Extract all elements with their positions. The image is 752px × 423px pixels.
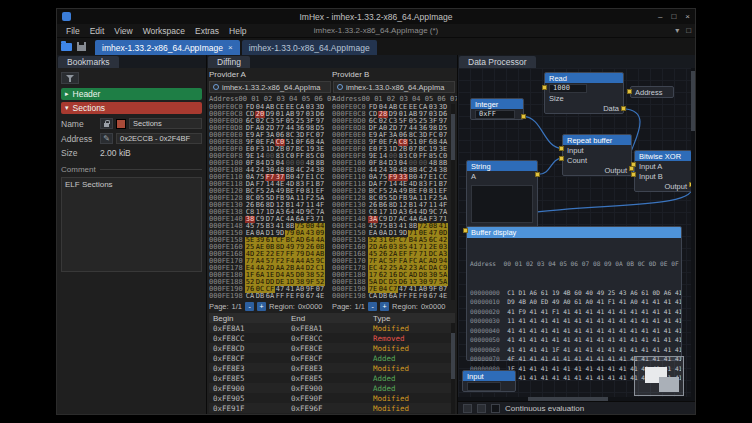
- lock-icon[interactable]: [100, 118, 113, 129]
- canvas-vertical-scrollbar[interactable]: [691, 68, 695, 401]
- diff-table-row[interactable]: 0xFE8E50xFE8E5Added: [209, 373, 455, 383]
- tab-imhex-1-33-0[interactable]: imhex-1.33.0-x86_64.AppImage: [242, 40, 377, 55]
- scrollbar-thumb[interactable]: [691, 71, 695, 131]
- pin-repeat-input[interactable]: [559, 146, 564, 151]
- hex-scrollbar[interactable]: [451, 104, 455, 300]
- hex-byte[interactable]: CA: [368, 293, 378, 300]
- diff-table-row[interactable]: 0xFE9000xFE900Added: [209, 383, 455, 393]
- node-input-header[interactable]: Input: [463, 371, 515, 381]
- tab-data-processor[interactable]: Data Processor: [459, 56, 536, 68]
- pin-string-output[interactable]: [535, 172, 540, 177]
- menu-file[interactable]: File: [61, 26, 85, 36]
- scrollbar-thumb[interactable]: [451, 333, 455, 379]
- bookmark-item-header[interactable]: ▸ Header: [61, 88, 202, 100]
- edit-pencil-icon[interactable]: ✎: [100, 133, 113, 144]
- minimize-icon[interactable]: –: [658, 9, 662, 24]
- tab-bookmarks[interactable]: Bookmarks: [58, 56, 119, 68]
- open-file-icon[interactable]: [61, 43, 72, 51]
- color-swatch[interactable]: [116, 119, 126, 129]
- node-repeat-header[interactable]: Repeat buffer: [563, 135, 631, 145]
- hex-byte[interactable]: 67: [305, 293, 315, 300]
- pin-xor-input-a[interactable]: [631, 162, 636, 167]
- menu-edit[interactable]: Edit: [85, 26, 110, 36]
- node-editor-minimap[interactable]: [634, 356, 684, 396]
- page-prev-button[interactable]: -: [245, 302, 254, 311]
- menu-help[interactable]: Help: [224, 26, 251, 36]
- title-bar[interactable]: ImHex - imhex-1.33.2-x86_64.AppImage – □…: [57, 9, 695, 24]
- maximize-icon[interactable]: □: [671, 9, 676, 24]
- chevron-down-icon[interactable]: ▾: [675, 26, 679, 35]
- buffer-display-header[interactable]: Buffer display: [467, 227, 681, 238]
- node-input[interactable]: Input: [462, 370, 516, 392]
- node-read-header[interactable]: Read: [545, 73, 623, 83]
- diff-table-row[interactable]: 0xFE8CF0xFE8CFAdded: [209, 353, 455, 363]
- tab-imhex-1-33-2[interactable]: imhex-1.33.2-x86_64.AppImage ×: [95, 40, 240, 55]
- hex-byte[interactable]: F0: [295, 293, 305, 300]
- pin-buffer-display-input[interactable]: [463, 228, 468, 233]
- hex-byte[interactable]: FF: [398, 293, 408, 300]
- settings-icon[interactable]: [477, 404, 486, 413]
- pin-read-size-input[interactable]: [542, 85, 547, 90]
- hex-byte[interactable]: FE: [408, 293, 418, 300]
- diff-table-row[interactable]: 0xFE91F0xFE96FModified: [209, 403, 455, 413]
- comment-textarea[interactable]: ELF Sections: [61, 177, 202, 272]
- name-input[interactable]: Sections: [129, 118, 202, 129]
- read-size-input[interactable]: 1000: [549, 84, 587, 93]
- node-integer-header[interactable]: Integer: [471, 99, 523, 109]
- hex-byte[interactable]: 6A: [388, 293, 398, 300]
- diff-table-row[interactable]: 0xFE8CC0xFE8CCRemoved: [209, 333, 455, 343]
- page-next-button[interactable]: +: [257, 302, 266, 311]
- menu-extras[interactable]: Extras: [190, 26, 224, 36]
- continuous-evaluation-checkbox[interactable]: [491, 404, 500, 413]
- node-string-header[interactable]: String: [467, 161, 537, 171]
- pin-integer-output[interactable]: [521, 114, 526, 119]
- menu-workspace[interactable]: Workspace: [138, 26, 190, 36]
- column-header-end[interactable]: End: [291, 314, 373, 323]
- string-value-input[interactable]: A: [471, 172, 476, 181]
- hex-byte[interactable]: FF: [275, 293, 285, 300]
- page-prev-button[interactable]: -: [368, 302, 377, 311]
- diff-table-row[interactable]: 0xFE97F0xFE97FAdded: [209, 413, 455, 414]
- canvas-horizontal-scrollbar[interactable]: [458, 397, 691, 401]
- hex-byte[interactable]: 4E: [315, 293, 325, 300]
- pin-repeat-count[interactable]: [559, 156, 564, 161]
- provider-b-select[interactable]: imhex-1.33.0-x86_64.AppIma: [333, 81, 455, 93]
- page-next-button[interactable]: +: [380, 302, 389, 311]
- scrollbar-thumb[interactable]: [451, 114, 455, 160]
- address-input[interactable]: 0x2ECCB - 0x2F4BF: [116, 133, 202, 144]
- hex-byte[interactable]: FE: [285, 293, 295, 300]
- hex-byte[interactable]: DB: [378, 293, 388, 300]
- run-icon[interactable]: [463, 404, 472, 413]
- diff-table-row[interactable]: 0xFE8E30xFE8E3Modified: [209, 363, 455, 373]
- node-string[interactable]: String A: [466, 160, 538, 228]
- integer-value-input[interactable]: 0xFF: [475, 110, 515, 119]
- diff-table-row[interactable]: 0xFE8A10xFE8A1Modified: [209, 323, 455, 333]
- diff-table-row[interactable]: 0xFE8CD0xFE8CEModified: [209, 343, 455, 353]
- node-bitwise-xor[interactable]: Bitwise XOR Input A Input B Output: [634, 150, 692, 192]
- pin-read-address-input[interactable]: [627, 89, 632, 94]
- pin-read-data-output[interactable]: [621, 106, 626, 111]
- pin-xor-input-b[interactable]: [631, 172, 636, 177]
- diff-table-row[interactable]: 0xFE9050xFE90FModified: [209, 393, 455, 403]
- input-value-box[interactable]: [467, 382, 501, 391]
- bookmark-item-sections[interactable]: ▾ Sections: [61, 102, 202, 114]
- scrollbar-thumb[interactable]: [528, 397, 608, 401]
- node-repeat-buffer[interactable]: Repeat buffer Input Count Output: [562, 134, 632, 176]
- column-header-begin[interactable]: Begin: [209, 314, 291, 323]
- string-textarea[interactable]: [471, 185, 533, 223]
- node-read[interactable]: Read 1000 Size Data: [544, 72, 624, 114]
- provider-a-select[interactable]: imhex-1.33.2-x86_64.AppIma: [209, 81, 331, 93]
- node-xor-header[interactable]: Bitwise XOR: [635, 151, 691, 161]
- hex-byte[interactable]: DB: [255, 293, 265, 300]
- close-icon[interactable]: ×: [685, 9, 690, 24]
- node-read-address[interactable]: Address: [630, 86, 674, 98]
- node-buffer-display[interactable]: Buffer display Address 00 01 02 03 04 05…: [466, 226, 682, 361]
- node-canvas[interactable]: Integer 0xFF Read 1000 Size Data Add: [458, 68, 695, 401]
- filter-button[interactable]: [61, 72, 79, 84]
- hex-byte[interactable]: CA: [245, 293, 255, 300]
- hex-byte[interactable]: 4E: [438, 293, 448, 300]
- layout-icon[interactable]: □: [686, 26, 691, 35]
- column-header-type[interactable]: Type: [373, 314, 455, 323]
- tab-close-icon[interactable]: ×: [228, 43, 233, 52]
- hex-byte[interactable]: F0: [418, 293, 428, 300]
